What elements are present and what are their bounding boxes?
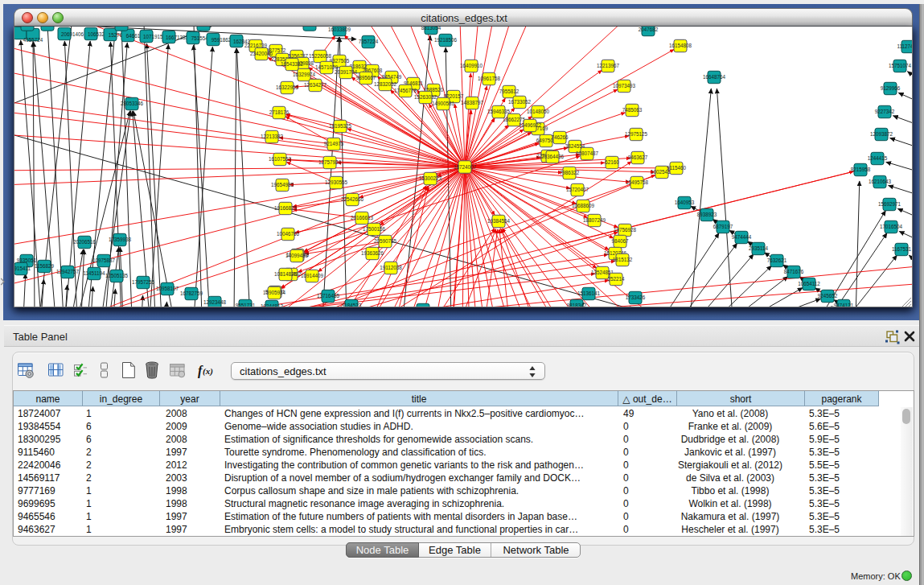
svg-text:10046766: 10046766 <box>277 231 300 237</box>
svg-text:15226058: 15226058 <box>309 53 332 59</box>
svg-text:9474121: 9474121 <box>834 303 854 307</box>
svg-text:15946335: 15946335 <box>487 109 511 114</box>
svg-text:16648764: 16648764 <box>703 74 726 80</box>
svg-text:14838797: 14838797 <box>461 100 484 105</box>
svg-text:16733052: 16733052 <box>508 99 532 105</box>
svg-text:12923448: 12923448 <box>203 299 227 305</box>
svg-text:12942757: 12942757 <box>56 269 80 274</box>
svg-text:16033809: 16033809 <box>328 27 351 32</box>
svg-text:12930555: 12930555 <box>325 179 348 185</box>
svg-text:16914409: 16914409 <box>301 273 324 278</box>
svg-text:20364436: 20364436 <box>541 154 565 159</box>
svg-text:10973493: 10973493 <box>613 83 636 89</box>
svg-text:19218506: 19218506 <box>434 37 458 43</box>
svg-text:9895667: 9895667 <box>356 75 376 80</box>
svg-text:984067: 984067 <box>611 238 629 244</box>
svg-text:19654985: 19654985 <box>271 182 294 187</box>
svg-text:3915411: 3915411 <box>14 266 31 271</box>
svg-text:23420046: 23420046 <box>250 51 273 56</box>
svg-text:10975887: 10975887 <box>92 257 116 263</box>
svg-text:11127434: 11127434 <box>897 43 913 49</box>
svg-text:1167531: 1167531 <box>892 246 912 252</box>
svg-text:16322955: 16322955 <box>276 84 299 90</box>
svg-text:19384554: 19384554 <box>487 218 511 224</box>
svg-text:22542666: 22542666 <box>341 196 364 202</box>
svg-text:746266: 746266 <box>551 134 569 140</box>
svg-text:15751074: 15751074 <box>889 63 912 68</box>
svg-text:10807487: 10807487 <box>576 150 599 156</box>
svg-text:12213382: 12213382 <box>261 134 284 139</box>
svg-text:20391704: 20391704 <box>335 69 358 75</box>
svg-text:15300223: 15300223 <box>419 175 442 181</box>
svg-text:19756928: 19756928 <box>614 227 637 233</box>
svg-text:1244415: 1244415 <box>868 155 888 161</box>
svg-text:12832052: 12832052 <box>374 81 397 87</box>
svg-text:17359938: 17359938 <box>109 237 132 242</box>
svg-text:15692971: 15692971 <box>878 201 901 207</box>
svg-text:4055724: 4055724 <box>23 37 43 43</box>
svg-text:16543382: 16543382 <box>281 61 304 67</box>
svg-text:16154808: 16154808 <box>669 43 692 48</box>
svg-text:15263032: 15263032 <box>414 94 437 100</box>
svg-text:16107553: 16107553 <box>269 156 292 162</box>
svg-text:9245652: 9245652 <box>818 293 838 299</box>
svg-text:12093872: 12093872 <box>870 131 893 137</box>
svg-text:1640953: 1640953 <box>675 200 695 205</box>
svg-text:14900581: 14900581 <box>432 101 455 106</box>
svg-text:18807249: 18807249 <box>583 217 606 223</box>
svg-text:(x): (x) <box>203 366 213 377</box>
svg-text:9818342: 9818342 <box>567 303 587 307</box>
svg-text:9551731: 9551731 <box>236 303 256 307</box>
svg-text:11451194: 11451194 <box>83 270 105 276</box>
svg-text:10688609: 10688609 <box>572 203 595 208</box>
svg-text:9115460: 9115460 <box>667 165 687 171</box>
svg-text:10654112: 10654112 <box>798 281 820 286</box>
svg-text:20206516: 20206516 <box>73 239 97 245</box>
svg-text:17500156: 17500156 <box>363 226 386 232</box>
svg-text:15136141: 15136141 <box>577 290 601 296</box>
svg-text:2718176: 2718176 <box>269 109 290 115</box>
svg-text:2935114: 2935114 <box>749 245 769 251</box>
svg-text:12505135: 12505135 <box>105 273 129 278</box>
svg-text:9214975: 9214975 <box>324 141 344 146</box>
svg-text:10814825: 10814825 <box>274 271 298 277</box>
svg-text:17016504: 17016504 <box>880 224 903 229</box>
svg-text:18724007: 18724007 <box>454 164 477 170</box>
svg-text:9591862: 9591862 <box>211 37 232 43</box>
svg-text:9227342: 9227342 <box>875 109 895 114</box>
svg-text:19363626: 19363626 <box>361 250 384 256</box>
svg-text:15905934: 15905934 <box>263 290 286 295</box>
svg-text:16210643: 16210643 <box>869 179 892 184</box>
svg-text:2047682: 2047682 <box>639 27 659 32</box>
svg-text:12975125: 12975125 <box>625 131 648 137</box>
svg-text:8471676: 8471676 <box>784 269 804 274</box>
svg-text:8813054: 8813054 <box>421 27 441 31</box>
svg-text:10961758: 10961758 <box>478 76 501 81</box>
svg-text:8938923: 8938923 <box>697 212 717 217</box>
svg-text:7632621: 7632621 <box>767 257 787 263</box>
svg-text:16409910: 16409910 <box>460 63 483 68</box>
svg-text:17957255: 17957255 <box>132 279 155 285</box>
svg-text:9184523: 9184523 <box>342 303 362 307</box>
svg-text:28053346: 28053346 <box>121 101 144 106</box>
svg-text:20691406: 20691406 <box>61 31 84 37</box>
svg-text:1733426: 1733426 <box>626 295 646 300</box>
svg-text:7986322: 7986322 <box>560 170 580 175</box>
svg-text:18195325: 18195325 <box>329 123 352 129</box>
svg-text:7955812: 7955812 <box>499 89 519 94</box>
svg-text:19166825: 19166825 <box>274 205 298 211</box>
svg-text:19112038: 19112038 <box>380 265 402 270</box>
svg-text:17456778: 17456778 <box>394 88 417 93</box>
svg-text:6879197: 6879197 <box>713 224 733 229</box>
svg-text:1156829: 1156829 <box>35 263 55 269</box>
svg-text:18662275: 18662275 <box>503 117 526 122</box>
svg-text:10492311: 10492311 <box>412 307 434 307</box>
svg-text:12634277: 12634277 <box>304 82 327 88</box>
svg-text:9129966: 9129966 <box>881 85 901 91</box>
svg-text:9463627: 9463627 <box>628 154 648 160</box>
svg-text:8215958: 8215958 <box>851 167 871 172</box>
svg-text:12757924: 12757924 <box>318 159 342 165</box>
svg-text:13716485: 13716485 <box>317 293 340 299</box>
svg-text:252214: 252214 <box>607 276 625 282</box>
svg-text:15720407: 15720407 <box>566 187 589 192</box>
